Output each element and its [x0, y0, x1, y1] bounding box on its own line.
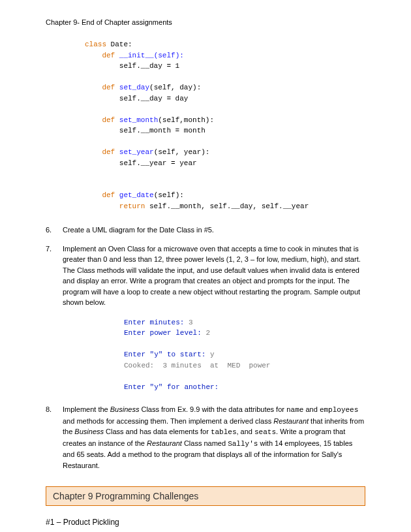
challenge-1-title: #1 – Product Pickling [46, 518, 365, 527]
kw-class: class [85, 40, 106, 48]
code-block-date-class: class Date: def __init__(self): self.__d… [85, 39, 365, 211]
question-8: 8. Implement the Business Class from Ex.… [46, 404, 365, 471]
page-header: Chapter 9- End of Chapter assignments [46, 18, 365, 26]
q8-number: 8. [46, 404, 59, 471]
q6-text: Create a UML diagram for the Date Class … [63, 225, 365, 236]
q8-text: Implement the Business Class from Ex. 9.… [63, 404, 365, 471]
kw-def: def [102, 52, 115, 59]
question-7: 7. Implement an Oven Class for a microwa… [46, 243, 365, 308]
q7-text: Implement an Oven Class for a microwave … [63, 243, 365, 308]
sample-output: Enter minutes: 3 Enter power level: 2 En… [124, 317, 365, 393]
q7-number: 7. [46, 243, 59, 308]
question-6: 6. Create a UML diagram for the Date Cla… [46, 225, 365, 236]
q6-number: 6. [46, 225, 59, 236]
section-heading: Chapter 9 Programming Challenges [46, 486, 365, 506]
